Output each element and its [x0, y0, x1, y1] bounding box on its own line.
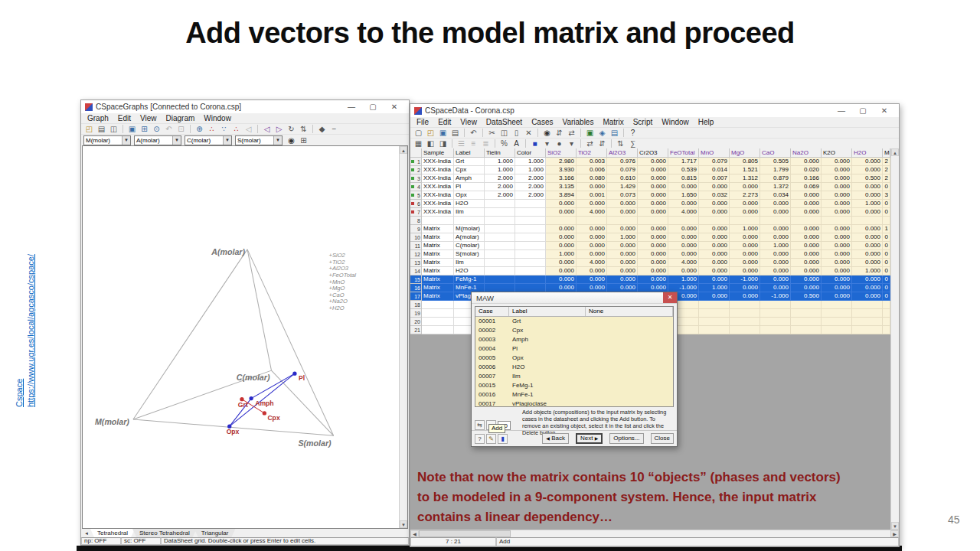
cell-sample[interactable]: Matrix	[422, 267, 454, 276]
cell-feototal[interactable]	[668, 217, 699, 225]
cell-h2o[interactable]	[852, 217, 883, 225]
cell-cr2o3[interactable]: 0.000	[638, 208, 668, 217]
cell-cao[interactable]: 0.879	[760, 174, 791, 183]
cell-sample[interactable]: Matrix	[422, 292, 454, 301]
cell-cao[interactable]: 0.000	[760, 259, 791, 267]
column-header-feototal[interactable]: FeOTotal	[668, 148, 699, 158]
grid-icon[interactable]: ⊞	[139, 124, 150, 134]
cell-h2o[interactable]: 0.000	[852, 259, 883, 267]
axis-combo-2[interactable]: C(molar)▼	[185, 135, 232, 145]
cell-sample[interactable]: Matrix	[422, 242, 454, 250]
cell-al2o3[interactable]: 0.976	[607, 158, 638, 166]
menu-variables[interactable]: Variables	[557, 118, 598, 126]
dialog-edit-icon[interactable]: ✎	[486, 434, 496, 444]
cell-feototal[interactable]: 1.717	[668, 158, 699, 166]
cell-na2o[interactable]	[791, 326, 822, 334]
list-item[interactable]: 00015FeMg-1	[475, 381, 673, 390]
list-item[interactable]: 00003Amph	[475, 335, 673, 344]
cell-m[interactable]	[883, 301, 890, 309]
cell-label[interactable]: Ilm	[454, 259, 485, 267]
cell-tielin[interactable]	[485, 250, 515, 259]
cell-tielin[interactable]	[485, 217, 515, 225]
cell-color[interactable]	[515, 267, 546, 276]
menu-view[interactable]: View	[136, 114, 162, 122]
list-item[interactable]: 00001Grt	[475, 317, 673, 326]
cell-feototal[interactable]: 0.000	[668, 267, 699, 276]
grid-corner-cell[interactable]	[410, 148, 422, 158]
list-item[interactable]: 00017vPlagioclase	[475, 399, 673, 407]
maw-object-list[interactable]: Case Label None 00001Grt00002Cpx00003Amp…	[475, 306, 674, 407]
cases-panel-icon[interactable]: ▣	[584, 128, 596, 138]
cell-m[interactable]: 0	[883, 242, 890, 250]
cell-na2o[interactable]: 0.000	[791, 267, 822, 276]
properties-icon[interactable]: ⊞	[298, 135, 309, 145]
chevron-down-icon[interactable]: ▼	[273, 136, 282, 145]
cell-al2o3[interactable]: 0.000	[607, 250, 638, 259]
cell-sio2[interactable]: 0.000	[546, 225, 577, 233]
cell-sample[interactable]: XXX-India	[422, 208, 454, 217]
cell-tio2[interactable]: 0.001	[577, 191, 607, 200]
row-header-7[interactable]: 7	[410, 208, 422, 217]
cell-al2o3[interactable]: 0.610	[607, 174, 638, 183]
cell-label[interactable]: FeMg-1	[454, 276, 485, 284]
cell-na2o[interactable]: 0.000	[791, 191, 822, 200]
cell-al2o3[interactable]: 0.073	[607, 191, 638, 200]
cell-na2o[interactable]: 0.069	[791, 183, 822, 191]
cell-feototal[interactable]: 4.000	[668, 208, 699, 217]
column-header-tio2[interactable]: TiO2	[577, 148, 607, 158]
cell-tielin[interactable]: 1.000	[485, 158, 515, 166]
cell-color[interactable]	[515, 259, 546, 267]
cell-k2o[interactable]: 0.000	[822, 200, 852, 208]
cell-feototal[interactable]: 0.000	[668, 183, 699, 191]
cell-sample[interactable]	[422, 301, 454, 309]
cell-al2o3[interactable]: 1.000	[607, 233, 638, 242]
row-header-20[interactable]: 20	[410, 318, 422, 326]
cell-tielin[interactable]	[485, 200, 515, 208]
scroll-up-icon[interactable]: ▲	[891, 148, 899, 156]
align-center-icon[interactable]: ≡	[468, 139, 479, 148]
cell-tio2[interactable]: 0.000	[577, 225, 607, 233]
cell-mno[interactable]	[699, 326, 730, 334]
undo-icon[interactable]: ↶	[468, 128, 479, 138]
list-item[interactable]: 00016MnFe-1	[475, 390, 673, 399]
cell-sio2[interactable]: 0.000	[546, 200, 577, 208]
data-titlebar[interactable]: CSpaceData - Corona.csp — ▢ ✕	[410, 104, 899, 117]
cell-tio2[interactable]: 0.000	[577, 250, 607, 259]
cell-k2o[interactable]: 0.000	[822, 292, 852, 301]
cell-color[interactable]	[515, 200, 546, 208]
cell-mgo[interactable]	[730, 318, 760, 326]
recalc-icon[interactable]: ⇄	[584, 139, 596, 148]
row-header-14[interactable]: 14	[410, 267, 422, 276]
row-header-17[interactable]: 17	[410, 292, 422, 301]
minus-icon[interactable]: −	[328, 124, 340, 134]
cell-cao[interactable]: 0.000	[760, 225, 791, 233]
cell-al2o3[interactable]: 0.000	[607, 259, 638, 267]
print-icon[interactable]: ▤	[96, 124, 107, 134]
cell-mgo[interactable]: 0.000	[730, 292, 760, 301]
select-region-icon[interactable]: ⊡	[175, 124, 187, 134]
column-header-sio2[interactable]: SiO2	[546, 148, 577, 158]
cell-mgo[interactable]: 0.000	[730, 200, 760, 208]
cell-cao[interactable]	[760, 301, 791, 309]
cell-label[interactable]: M(molar)	[454, 225, 485, 233]
cell-tielin[interactable]	[485, 225, 515, 233]
find-icon[interactable]: ◉	[541, 128, 553, 138]
cell-cao[interactable]: 1.372	[760, 183, 791, 191]
list-item[interactable]: 00005Opx	[475, 354, 673, 363]
tab-stereo-tetrahedral[interactable]: Stereo Tetrahedral	[132, 529, 197, 537]
cell-k2o[interactable]	[822, 301, 852, 309]
script-panel-icon[interactable]: ▤	[609, 128, 620, 138]
back-button[interactable]: ◀ Back	[542, 433, 569, 444]
column-header-al2o3[interactable]: Al2O3	[607, 148, 638, 158]
column-header-na2o[interactable]: Na2O	[791, 148, 822, 158]
menu-window[interactable]: Window	[199, 114, 236, 122]
cell-tio2[interactable]: 0.006	[577, 166, 607, 174]
cell-feototal[interactable]: 0.539	[668, 166, 699, 174]
cell-feototal[interactable]: 0.815	[668, 174, 699, 183]
row-header-6[interactable]: 6	[410, 200, 422, 208]
copy-icon[interactable]: ◫	[498, 128, 510, 138]
cell-na2o[interactable]: 0.000	[791, 276, 822, 284]
cell-na2o[interactable]: 0.000	[791, 158, 822, 166]
cell-sample[interactable]: XXX-India	[422, 166, 454, 174]
cell-m[interactable]	[883, 217, 890, 225]
